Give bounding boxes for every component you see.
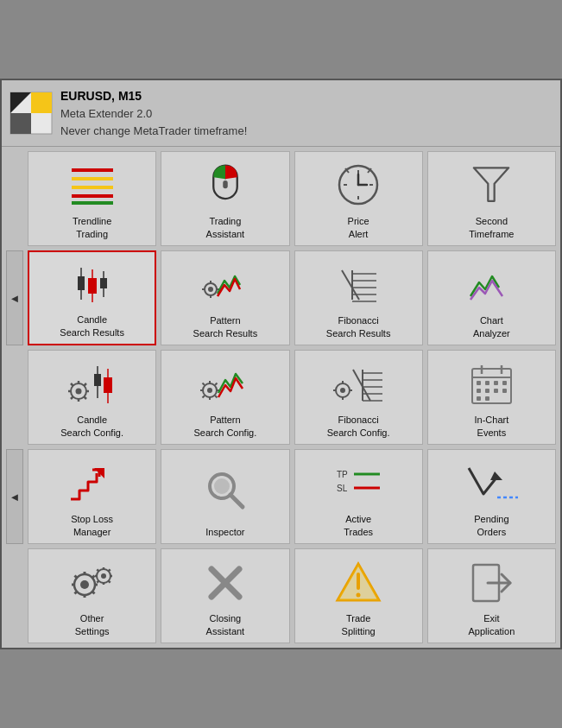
cell-label-pending-orders: PendingOrders	[474, 513, 508, 538]
svg-point-95	[214, 478, 230, 494]
cell-inspector[interactable]: Inspector	[161, 449, 289, 544]
cell-label-candle-search-config: CandleSearch Config.	[60, 414, 123, 439]
svg-rect-88	[494, 389, 498, 393]
cell-label-trendline-trading: TrendlineTrading	[73, 215, 111, 240]
svg-line-63	[202, 396, 204, 397]
candle-search-results-icon	[33, 259, 151, 310]
svg-rect-85	[502, 381, 507, 385]
cell-label-closing-assistant: ClosingAssistant	[206, 612, 245, 637]
svg-rect-11	[223, 180, 228, 188]
cell-fibonacci-search-config[interactable]: FibonacciSearch Config.	[294, 350, 423, 445]
cell-price-alert[interactable]: PriceAlert	[294, 151, 423, 246]
arrow-row2[interactable]: ◄	[6, 250, 23, 345]
pattern-search-config-icon	[165, 358, 285, 410]
cell-second-timeframe[interactable]: SecondTimeframe	[427, 151, 556, 246]
closing-assistant-icon	[165, 556, 285, 609]
in-chart-events-icon	[432, 358, 552, 410]
cell-label-chart-analyzer: ChartAnalyzer	[473, 314, 510, 339]
cell-label-active-trades: ActiveTrades	[344, 513, 373, 538]
fibonacci-search-config-icon	[299, 358, 419, 410]
svg-point-56	[207, 388, 212, 393]
cell-candle-search-results[interactable]: CandleSearch Results	[28, 250, 156, 345]
svg-point-128	[357, 592, 361, 597]
cell-chart-analyzer[interactable]: ChartAnalyzer	[427, 250, 556, 345]
svg-line-34	[342, 270, 359, 300]
cell-label-fibonacci-search-config: FibonacciSearch Config.	[327, 414, 390, 439]
svg-rect-82	[477, 381, 481, 385]
exit-application-icon	[432, 556, 552, 609]
cell-pattern-search-results[interactable]: PatternSearch Results	[161, 250, 289, 345]
stop-loss-manager-icon	[32, 457, 152, 510]
cell-other-settings[interactable]: OtherSettings	[28, 548, 156, 643]
svg-rect-87	[485, 389, 489, 393]
svg-line-96	[230, 495, 243, 507]
header: EURUSD, M15 Meta Extender 2.0 Never chan…	[2, 80, 560, 147]
cell-label-trade-splitting: TradeSplitting	[342, 612, 376, 637]
cell-active-trades[interactable]: TP SL ActiveTrades	[294, 449, 423, 544]
svg-point-104	[80, 580, 89, 589]
arrow-row4[interactable]: ◄	[6, 449, 23, 544]
second-timeframe-icon	[432, 159, 552, 212]
cell-trade-splitting[interactable]: TradeSplitting	[294, 548, 423, 643]
header-text: EURUSD, M15 Meta Extender 2.0 Never chan…	[60, 87, 247, 139]
pattern-search-results-icon	[165, 258, 285, 311]
svg-line-120	[108, 580, 110, 582]
svg-line-49	[71, 396, 73, 399]
svg-line-121	[97, 580, 98, 582]
svg-line-47	[71, 383, 73, 386]
svg-line-119	[97, 569, 98, 571]
svg-line-64	[215, 383, 217, 384]
svg-line-112	[92, 575, 94, 578]
cell-label-stop-loss-manager: Stop LossManager	[71, 513, 113, 538]
svg-rect-27	[100, 278, 107, 288]
svg-line-61	[202, 383, 204, 384]
svg-rect-89	[502, 389, 507, 393]
inspector-icon	[165, 457, 285, 522]
svg-rect-83	[485, 381, 489, 385]
svg-rect-25	[88, 278, 97, 294]
svg-rect-54	[104, 377, 112, 393]
cell-label-price-alert: PriceAlert	[348, 215, 369, 240]
other-settings-icon	[32, 556, 152, 609]
price-alert-icon	[299, 159, 419, 212]
pending-orders-icon	[432, 457, 552, 510]
cell-pending-orders[interactable]: PendingOrders	[427, 449, 556, 544]
svg-line-122	[108, 569, 110, 571]
svg-rect-3	[10, 113, 31, 134]
app-window: EURUSD, M15 Meta Extender 2.0 Never chan…	[0, 79, 562, 649]
svg-text:TP: TP	[337, 470, 348, 479]
svg-point-42	[75, 388, 81, 394]
cell-label-pattern-search-results: PatternSearch Results	[193, 314, 258, 339]
cell-in-chart-events[interactable]: In-ChartEvents	[427, 350, 556, 445]
cell-pattern-search-config[interactable]: PatternSearch Config.	[161, 350, 289, 445]
active-trades-icon: TP SL	[299, 457, 419, 510]
svg-line-48	[84, 396, 86, 399]
trading-assistant-icon	[165, 159, 285, 212]
cell-stop-loss-manager[interactable]: Stop LossManager	[28, 449, 156, 544]
svg-rect-2	[31, 92, 52, 113]
svg-line-109	[74, 575, 77, 578]
trendline-icon	[32, 159, 152, 212]
svg-line-62	[215, 396, 217, 397]
header-warning: Never change MetaTrader timeframe!	[60, 123, 247, 140]
cell-closing-assistant[interactable]: ClosingAssistant	[161, 548, 289, 643]
cell-trading-assistant[interactable]: TradingAssistant	[161, 151, 289, 246]
cell-label-in-chart-events: In-ChartEvents	[475, 414, 509, 439]
cell-label-second-timeframe: SecondTimeframe	[469, 215, 514, 240]
svg-text:SL: SL	[337, 484, 348, 493]
cell-label-fibonacci-search-results: FibonacciSearch Results	[326, 314, 391, 339]
cell-fibonacci-search-results[interactable]: FibonacciSearch Results	[294, 250, 423, 345]
cell-trendline-trading[interactable]: TrendlineTrading	[28, 151, 156, 246]
svg-rect-91	[485, 396, 489, 401]
svg-rect-90	[477, 396, 481, 401]
chart-analyzer-icon	[432, 258, 552, 311]
svg-line-110	[92, 591, 94, 593]
cell-label-candle-search-results: CandleSearch Results	[60, 313, 124, 339]
cell-label-other-settings: OtherSettings	[75, 612, 110, 637]
candle-search-config-icon	[32, 358, 152, 410]
svg-marker-101	[490, 472, 502, 480]
cell-exit-application[interactable]: ExitApplication	[427, 548, 556, 643]
svg-rect-52	[94, 374, 101, 386]
svg-point-66	[340, 388, 345, 393]
cell-candle-search-config[interactable]: CandleSearch Config.	[28, 350, 156, 445]
